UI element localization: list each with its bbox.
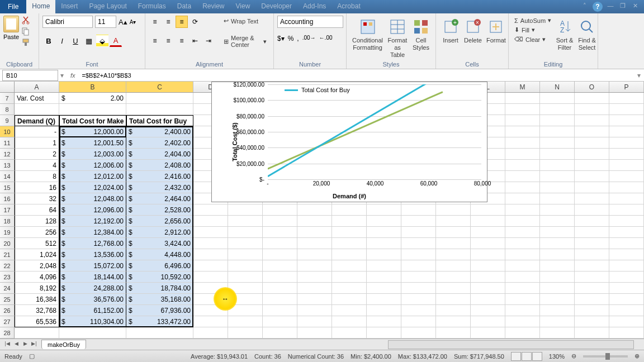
tab-view[interactable]: View — [230, 0, 256, 13]
cell[interactable]: 1 — [15, 137, 59, 149]
cell[interactable] — [436, 227, 471, 238]
cell[interactable] — [193, 204, 228, 216]
cell[interactable] — [505, 193, 540, 204]
cell[interactable] — [332, 305, 367, 316]
cell[interactable] — [401, 316, 436, 327]
cell[interactable] — [505, 316, 540, 327]
row-header-21[interactable]: 21 — [0, 249, 15, 260]
cell[interactable] — [505, 327, 540, 339]
cell[interactable] — [297, 216, 332, 227]
comma-icon[interactable]: , — [297, 35, 299, 42]
cell[interactable] — [575, 104, 609, 115]
tab-insert[interactable]: Insert — [55, 0, 83, 13]
cell[interactable] — [126, 93, 193, 104]
zoom-out-icon[interactable]: ⊖ — [571, 353, 576, 360]
cell[interactable] — [367, 204, 401, 216]
align-right-icon[interactable]: ≡ — [176, 35, 188, 47]
cell[interactable] — [505, 149, 540, 160]
cell[interactable] — [609, 216, 644, 227]
cell[interactable] — [59, 327, 126, 339]
row-header-25[interactable]: 25 — [0, 294, 15, 305]
cell[interactable] — [505, 272, 540, 283]
cell[interactable] — [609, 272, 644, 283]
align-bottom-icon[interactable]: ≡ — [176, 16, 188, 28]
cell[interactable]: 16 — [15, 182, 59, 193]
percent-icon[interactable]: % — [288, 35, 294, 42]
autosum-button[interactable]: ΣAutoSum▾ — [512, 16, 553, 25]
cell[interactable] — [367, 249, 401, 260]
cell[interactable] — [332, 294, 367, 305]
cell[interactable] — [436, 305, 471, 316]
cell[interactable] — [540, 182, 575, 193]
cell[interactable] — [540, 294, 575, 305]
sheet-prev-icon[interactable]: ◀ — [12, 341, 20, 349]
row-header-24[interactable]: 24 — [0, 283, 15, 294]
tab-home[interactable]: Home — [26, 0, 55, 13]
cell[interactable] — [540, 327, 575, 339]
cell[interactable] — [297, 249, 332, 260]
cell[interactable]: 8,192 — [15, 283, 59, 294]
row-header-23[interactable]: 23 — [0, 272, 15, 283]
cell[interactable] — [332, 316, 367, 327]
cell[interactable]: 32,768 — [15, 305, 59, 316]
cell[interactable] — [332, 283, 367, 294]
row-header-12[interactable]: 12 — [0, 149, 15, 160]
cell[interactable] — [297, 316, 332, 327]
cell[interactable]: 256 — [15, 227, 59, 238]
cell[interactable] — [575, 249, 609, 260]
cell[interactable]: 64 — [15, 204, 59, 216]
cell[interactable]: 512 — [15, 238, 59, 249]
cell[interactable] — [332, 238, 367, 249]
tab-review[interactable]: Review — [197, 0, 230, 13]
merge-center-button[interactable]: ⊞Merge & Center▾ — [220, 33, 270, 50]
cell[interactable] — [401, 238, 436, 249]
cell[interactable]: $2,400.00 — [126, 126, 193, 137]
cell[interactable]: $12,024.00 — [59, 182, 126, 193]
help-icon[interactable]: ? — [593, 2, 603, 12]
cell[interactable] — [193, 216, 228, 227]
cell[interactable] — [540, 227, 575, 238]
cell[interactable]: $18,784.00 — [126, 283, 193, 294]
cell[interactable] — [263, 238, 297, 249]
cell[interactable] — [540, 149, 575, 160]
cell[interactable] — [540, 93, 575, 104]
cell[interactable]: $36,576.00 — [59, 294, 126, 305]
cell[interactable] — [332, 249, 367, 260]
cell[interactable] — [436, 238, 471, 249]
cell[interactable]: $12,000.00 — [59, 126, 126, 137]
cell[interactable]: 8 — [15, 171, 59, 182]
tab-acrobat[interactable]: Acrobat — [332, 0, 366, 13]
cell[interactable]: Total Cost for Make — [59, 115, 126, 126]
cell[interactable] — [263, 260, 297, 272]
copy-icon[interactable] — [21, 27, 30, 36]
cell[interactable] — [263, 272, 297, 283]
cell[interactable]: 1,024 — [15, 249, 59, 260]
cell[interactable] — [332, 260, 367, 272]
cell[interactable] — [367, 260, 401, 272]
cell[interactable]: 65,536 — [15, 316, 59, 327]
cell[interactable] — [609, 260, 644, 272]
cell[interactable] — [297, 260, 332, 272]
cell[interactable]: $6,496.00 — [126, 260, 193, 272]
cell[interactable]: $15,072.00 — [59, 260, 126, 272]
cell[interactable]: $12,384.00 — [59, 227, 126, 238]
cell[interactable] — [540, 193, 575, 204]
cell[interactable] — [609, 294, 644, 305]
cell[interactable]: $12,006.00 — [59, 160, 126, 171]
cell[interactable] — [609, 204, 644, 216]
cell[interactable] — [540, 260, 575, 272]
insert-button[interactable]: + Insert — [439, 16, 462, 66]
format-button[interactable]: Format — [484, 16, 508, 66]
row-header-17[interactable]: 17 — [0, 204, 15, 216]
cell[interactable] — [59, 104, 126, 115]
cell[interactable] — [297, 238, 332, 249]
cell[interactable] — [401, 294, 436, 305]
cell[interactable] — [505, 227, 540, 238]
cell[interactable] — [193, 316, 228, 327]
cell[interactable] — [575, 305, 609, 316]
cell[interactable] — [505, 283, 540, 294]
cell[interactable] — [263, 283, 297, 294]
cell[interactable] — [297, 283, 332, 294]
tab-data[interactable]: Data — [172, 0, 197, 13]
cell[interactable] — [401, 249, 436, 260]
